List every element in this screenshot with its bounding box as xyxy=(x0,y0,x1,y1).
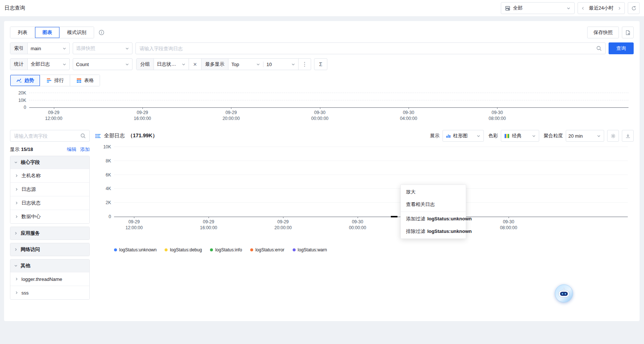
field-group-header-3[interactable]: 其他 xyxy=(10,259,89,272)
field-group-header-1[interactable]: 应用服务 xyxy=(10,227,89,240)
aggregation-select[interactable]: Count xyxy=(73,58,132,70)
field-item[interactable]: 主机名称 xyxy=(10,169,89,182)
page-title: 日志查询 xyxy=(4,5,25,11)
y-axis-tick: 10K xyxy=(103,144,111,149)
chart-title: 全部日志 （171.99K） xyxy=(95,133,158,139)
stat-select[interactable]: 统计 全部日志 xyxy=(10,58,70,70)
chevron-right-icon xyxy=(15,277,18,281)
chevron-down-icon xyxy=(256,62,260,66)
legend-item[interactable]: logStatus:unknown xyxy=(114,247,156,252)
time-range-label[interactable]: 最近24小时 xyxy=(589,5,613,11)
x-axis-tick-mark xyxy=(142,107,143,109)
refresh-button[interactable] xyxy=(628,2,640,14)
field-group-header-2[interactable]: 网络访问 xyxy=(10,243,89,256)
field-item-label: 主机名称 xyxy=(21,172,41,179)
x-axis-tick-mark xyxy=(54,107,54,109)
x-axis-tick-mark xyxy=(409,107,409,109)
info-icon[interactable] xyxy=(99,30,104,35)
add-filter-prefix: 添加过滤 xyxy=(406,216,427,221)
menu-item-add-filter[interactable]: 添加过滤 logStatus:unknown xyxy=(401,213,466,225)
view-mode-tabs: 列表 图表 模式识别 xyxy=(10,27,104,38)
table-grid-icon xyxy=(76,78,82,83)
field-item[interactable]: 日志源 xyxy=(10,182,89,196)
top-n-mode[interactable]: Top xyxy=(228,62,256,67)
remove-group-button[interactable]: ✕ xyxy=(189,59,201,70)
lower-section: 显示15/18 编辑 添加 核心字段主机名称日志源日志状态数据中心应用服务网络访… xyxy=(10,130,634,300)
save-snapshot-button[interactable]: 保存快照 xyxy=(587,27,619,38)
field-item[interactable]: 日志状态 xyxy=(10,196,89,210)
color-scheme-select[interactable]: 经典 xyxy=(501,130,539,142)
logstatus-trend-chart: 10K8K6K4K2K009-2912:00:0009-2916:00:0009… xyxy=(95,145,634,231)
snapshot-manage-button[interactable] xyxy=(622,27,634,38)
chevron-right-icon xyxy=(15,174,18,178)
chart-type-pills: 趋势 排行 表格 xyxy=(10,75,100,86)
field-search-input[interactable] xyxy=(10,130,90,142)
field-group-header-0[interactable]: 核心字段 xyxy=(10,156,89,169)
color-scheme-value: 经典 xyxy=(510,133,532,139)
chevron-down-icon xyxy=(62,47,66,51)
field-item[interactable]: 数据中心 xyxy=(10,210,89,223)
field-group-label: 应用服务 xyxy=(21,230,40,237)
index-value: main xyxy=(28,46,62,51)
assistant-robot-icon[interactable] xyxy=(555,284,573,303)
legend-label: logStatus:error xyxy=(255,247,285,252)
legend-item[interactable]: logStatus:debug xyxy=(165,247,202,252)
search-icon[interactable] xyxy=(80,133,86,139)
logstatus-plot-area[interactable]: 10K8K6K4K2K009-2912:00:0009-2916:00:0009… xyxy=(114,147,628,217)
pill-ranking[interactable]: 排行 xyxy=(40,75,70,86)
x-axis-tick-mark xyxy=(320,107,320,109)
index-select[interactable]: 索引 main xyxy=(10,42,70,54)
tab-chart[interactable]: 图表 xyxy=(35,27,60,38)
sigma-aggregate-button[interactable]: Σ xyxy=(314,58,327,70)
y-axis-tick: 4K xyxy=(106,186,111,191)
chevron-right-icon xyxy=(15,215,18,219)
pill-trend-label: 趋势 xyxy=(24,77,34,84)
chevron-right-icon xyxy=(15,291,18,295)
exclude-filter-value: logStatus:unknown xyxy=(427,228,472,234)
gridline xyxy=(114,202,628,203)
overview-plot-area[interactable]: 20K10K009-2912:00:0009-2916:00:0009-2920… xyxy=(29,93,628,108)
time-prev-button[interactable] xyxy=(581,6,585,10)
pill-trend[interactable]: 趋势 xyxy=(10,75,40,86)
legend-item[interactable]: logStatus:info xyxy=(210,247,242,252)
field-group: 其他logger.threadNamesss xyxy=(10,259,90,300)
pill-table[interactable]: 表格 xyxy=(70,75,100,86)
display-label: 展示 xyxy=(430,133,440,139)
field-item[interactable]: sss xyxy=(10,286,89,299)
tabs-row: 列表 图表 模式识别 保存快照 xyxy=(10,27,634,38)
query-button[interactable]: 查询 xyxy=(609,42,634,54)
chart-total-count: （171.99K） xyxy=(128,133,158,139)
data-scope-select[interactable]: 全部 xyxy=(501,2,575,14)
search-icon[interactable] xyxy=(596,45,602,51)
gridline xyxy=(114,188,628,189)
legend-item[interactable]: logStatus:warn xyxy=(293,247,327,252)
field-item-label: 日志源 xyxy=(21,186,36,193)
menu-item-exclude-filter[interactable]: 排除过滤 logStatus:unknown xyxy=(401,225,466,238)
download-button[interactable] xyxy=(622,130,634,142)
palette-icon xyxy=(504,133,510,139)
chart-settings-button[interactable] xyxy=(607,130,619,142)
menu-item-view-related-logs[interactable]: 查看相关日志 xyxy=(401,198,466,211)
granularity-select[interactable]: 20 min xyxy=(566,130,604,142)
time-next-button[interactable] xyxy=(617,6,621,10)
edit-fields-link[interactable]: 编辑 xyxy=(67,146,76,153)
chevron-down-icon xyxy=(532,134,536,138)
field-group: 核心字段主机名称日志源日志状态数据中心 xyxy=(10,156,90,224)
chevron-down-icon xyxy=(62,62,66,66)
add-field-link[interactable]: 添加 xyxy=(80,146,90,153)
group-by-value[interactable]: 日志状态(logS... xyxy=(154,61,182,68)
menu-item-zoom-in[interactable]: 放大 xyxy=(401,186,466,198)
tab-pattern[interactable]: 模式识别 xyxy=(60,27,94,38)
snapshot-select[interactable]: 选择快照 xyxy=(73,42,132,54)
time-range-picker[interactable]: 最近24小时 xyxy=(578,2,625,14)
more-options-button[interactable]: ⋮ xyxy=(298,59,311,70)
top-n-count[interactable]: 10 xyxy=(263,62,291,67)
field-group: 应用服务 xyxy=(10,227,90,240)
legend-item[interactable]: logStatus:error xyxy=(250,247,285,252)
chart-type-select[interactable]: 柱形图 xyxy=(442,130,484,142)
log-search-input[interactable] xyxy=(135,42,606,54)
legend-dot xyxy=(114,248,117,251)
field-item[interactable]: logger.threadName xyxy=(10,272,89,286)
log-list-icon[interactable] xyxy=(95,133,101,139)
tab-list[interactable]: 列表 xyxy=(10,27,35,38)
